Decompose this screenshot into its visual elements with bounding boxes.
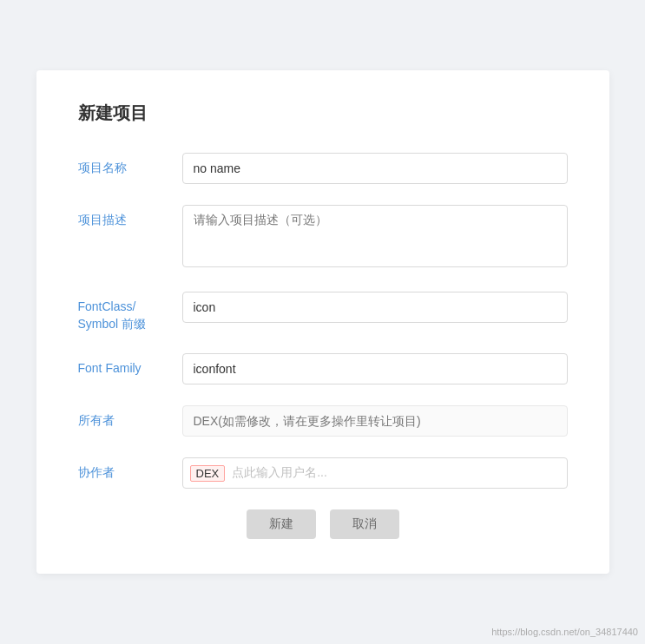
- button-row: 新建 取消: [78, 509, 568, 539]
- watermark: https://blog.csdn.net/on_34817440: [491, 627, 638, 637]
- project-desc-input[interactable]: [182, 205, 568, 267]
- font-class-label: FontClass/Symbol 前缀: [78, 292, 182, 332]
- project-desc-label: 项目描述: [78, 205, 182, 229]
- collaborator-input-wrap[interactable]: DEX 点此输入用户名...: [182, 457, 568, 489]
- owner-input: [182, 405, 568, 437]
- font-class-control: [182, 292, 568, 323]
- project-name-control: [182, 153, 568, 184]
- collaborator-control: DEX 点此输入用户名...: [182, 457, 568, 489]
- project-name-input[interactable]: [182, 153, 568, 184]
- project-desc-control: [182, 205, 568, 271]
- form-row-project-name: 项目名称: [78, 153, 568, 184]
- collaborator-label: 协作者: [78, 457, 182, 482]
- cancel-button[interactable]: 取消: [330, 509, 399, 539]
- form-row-project-desc: 项目描述: [78, 205, 568, 271]
- owner-control: [182, 405, 568, 437]
- form-row-font-class: FontClass/Symbol 前缀: [78, 292, 568, 332]
- font-class-input[interactable]: [182, 292, 568, 323]
- collaborator-placeholder: 点此输入用户名...: [228, 465, 331, 481]
- font-family-label: Font Family: [78, 353, 182, 378]
- create-button[interactable]: 新建: [247, 509, 316, 539]
- form-row-font-family: Font Family: [78, 353, 568, 384]
- owner-label: 所有者: [78, 405, 182, 430]
- font-family-control: [182, 353, 568, 384]
- create-project-card: 新建项目 项目名称 项目描述 FontClass/Symbol 前缀 Font …: [36, 70, 609, 574]
- collaborator-tag: DEX: [190, 465, 226, 482]
- page-title: 新建项目: [78, 102, 568, 125]
- font-family-input[interactable]: [182, 353, 568, 384]
- form-row-collaborator: 协作者 DEX 点此输入用户名...: [78, 457, 568, 489]
- project-name-label: 项目名称: [78, 153, 182, 177]
- form-row-owner: 所有者: [78, 405, 568, 437]
